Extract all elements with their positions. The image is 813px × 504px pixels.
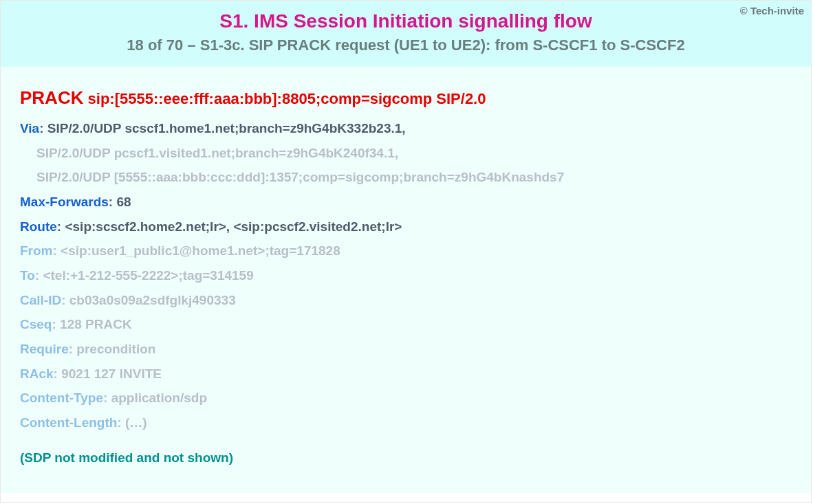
page-subtitle: 18 of 70 – S1-3c. SIP PRACK request (UE1… (9, 36, 803, 54)
header-name-cseq: Cseq (20, 317, 52, 331)
header-cseq: Cseq: 128 PRACK (20, 316, 792, 333)
header-call-id: Call-ID: cb03a0s09a2sdfglkj490333 (20, 292, 792, 309)
header-via-continuation-2: SIP/2.0/UDP [5555::aaa:bbb:ccc:ddd]:1357… (20, 168, 792, 186)
header-name-require: Require (20, 342, 69, 356)
header-max-forwards: Max-Forwards: 68 (20, 193, 792, 211)
header-value-to: <tel:+1-212-555-2222>;tag=314159 (43, 268, 253, 283)
header-name-rack: RAck (20, 366, 54, 381)
header-value-from: <sip:user1_public1@home1.net>;tag=171828 (61, 243, 340, 258)
header-name-call-id: Call-ID (20, 293, 61, 307)
header-name-via: Via (20, 121, 39, 135)
sip-request-uri: sip:[5555::eee:fff:aaa:bbb]:8805;comp=si… (88, 90, 486, 107)
copyright-label: © Tech-invite (740, 5, 804, 17)
header-route: Route: <sip:scscf2.home2.net;lr>, <sip:p… (20, 218, 792, 236)
header-value-max-forwards: 68 (116, 195, 131, 209)
header-from: From: <sip:user1_public1@home1.net>;tag=… (20, 242, 792, 260)
header-name-content-length: Content-Length (20, 415, 117, 430)
header-name-route: Route (20, 219, 57, 234)
header-value-content-length: (…) (125, 415, 147, 430)
header-value-via: SIP/2.0/UDP scscf1.home1.net;branch=z9hG… (47, 121, 406, 135)
sip-method: PRACK (20, 87, 83, 108)
header-to: To: <tel:+1-212-555-2222>;tag=314159 (20, 267, 792, 285)
sip-request-line: PRACK sip:[5555::eee:fff:aaa:bbb]:8805;c… (20, 86, 792, 110)
header-value-call-id: cb03a0s09a2sdfglkj490333 (69, 293, 236, 307)
header-name-max-forwards: Max-Forwards (20, 195, 109, 209)
header-content-type: Content-Type: application/sdp (20, 389, 792, 407)
header-name-from: From (20, 243, 53, 258)
header-via: Via: SIP/2.0/UDP scscf1.home1.net;branch… (20, 120, 792, 138)
sdp-note: (SDP not modified and not shown) (20, 450, 792, 465)
header-name-content-type: Content-Type (20, 391, 103, 405)
header-value-cseq: 128 PRACK (60, 317, 132, 331)
header-require: Require: precondition (20, 340, 792, 358)
header-value-require: precondition (76, 342, 155, 356)
page-title: S1. IMS Session Initiation signalling fl… (9, 10, 803, 32)
header-rack: RAck: 9021 127 INVITE (20, 365, 792, 383)
header-content-length: Content-Length: (…) (20, 414, 792, 432)
header-via-continuation-1: SIP/2.0/UDP pcscf1.visited1.net;branch=z… (20, 144, 792, 162)
header-name-to: To (20, 268, 35, 283)
header-value-content-type: application/sdp (111, 391, 207, 405)
sip-body: PRACK sip:[5555::eee:fff:aaa:bbb]:8805;c… (1, 67, 811, 493)
document-frame: © Tech-invite S1. IMS Session Initiation… (0, 0, 812, 503)
header-value-rack: 9021 127 INVITE (61, 366, 162, 381)
header-block: © Tech-invite S1. IMS Session Initiation… (1, 1, 811, 67)
header-value-route: <sip:scscf2.home2.net;lr>, <sip:pcscf2.v… (65, 219, 402, 234)
